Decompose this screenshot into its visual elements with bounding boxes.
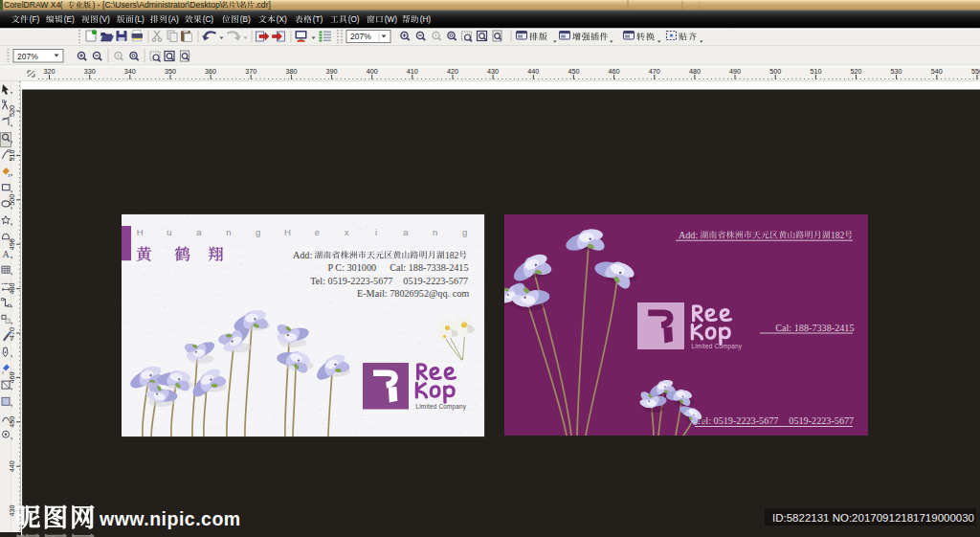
- svg-text:n: n: [226, 227, 231, 237]
- svg-text:ID:5822131 NO:2017091218171900: ID:5822131 NO:20170912181719000030: [772, 512, 974, 524]
- svg-text:Add:: Add:: [679, 230, 698, 240]
- svg-text:Tel: 0519-2223-5677: Tel: 0519-2223-5677: [696, 415, 778, 426]
- svg-text:380: 380: [285, 67, 297, 76]
- svg-text:(C): (C): [203, 15, 214, 24]
- svg-text:(T): (T): [313, 15, 323, 24]
- svg-text:540: 540: [931, 67, 943, 76]
- svg-text:440: 440: [527, 67, 539, 76]
- svg-text:340: 340: [124, 67, 136, 76]
- svg-text:470: 470: [649, 67, 660, 76]
- svg-text:x: x: [345, 227, 349, 237]
- svg-text:(A): (A): [168, 15, 179, 24]
- svg-text:0519-2223-5677: 0519-2223-5677: [403, 276, 468, 286]
- svg-text:182: 182: [445, 251, 459, 260]
- svg-text:500: 500: [769, 67, 781, 76]
- svg-text:320: 320: [44, 67, 56, 76]
- svg-text:a: a: [196, 227, 202, 237]
- svg-text:530: 530: [891, 67, 902, 76]
- svg-text:g: g: [256, 227, 260, 237]
- svg-text:(: (: [60, 0, 63, 10]
- svg-text:450: 450: [568, 67, 579, 76]
- svg-text:(H): (H): [420, 15, 432, 24]
- svg-text:a: a: [403, 227, 409, 237]
- svg-text:480: 480: [689, 67, 701, 76]
- svg-text:500: 500: [8, 194, 16, 206]
- svg-text:H: H: [284, 227, 291, 237]
- svg-text:410: 410: [407, 67, 418, 76]
- svg-text:Cal: 188-7338-2415: Cal: 188-7338-2415: [775, 323, 854, 333]
- svg-text:370: 370: [245, 67, 256, 76]
- svg-text:.cdr]: .cdr]: [255, 0, 271, 10]
- svg-text:Add:: Add:: [293, 250, 312, 260]
- svg-text:n: n: [433, 227, 437, 237]
- svg-text:420: 420: [447, 67, 458, 76]
- svg-text:207%: 207%: [350, 32, 371, 41]
- svg-text:(X): (X): [277, 15, 287, 24]
- svg-text:510: 510: [810, 67, 821, 76]
- svg-text:A: A: [3, 249, 11, 259]
- svg-text:430: 430: [8, 505, 16, 517]
- svg-text:182: 182: [831, 231, 845, 240]
- svg-text:g: g: [462, 227, 467, 237]
- svg-text:0519-2223-5677: 0519-2223-5677: [789, 415, 854, 426]
- svg-text:e: e: [315, 227, 320, 237]
- svg-text:360: 360: [205, 67, 216, 76]
- svg-text:207%: 207%: [17, 52, 38, 61]
- svg-text:(F): (F): [30, 15, 40, 24]
- svg-text:(E): (E): [64, 15, 75, 24]
- svg-text:) - [C:\Users\Administrator\De: ) - [C:\Users\Administrator\Desktop\: [93, 0, 223, 10]
- svg-text:www.nipic.com: www.nipic.com: [99, 508, 241, 529]
- svg-text:(O): (O): [348, 15, 360, 24]
- svg-text:520: 520: [8, 105, 16, 117]
- svg-text:550: 550: [971, 67, 980, 76]
- svg-text:(B): (B): [240, 15, 251, 24]
- svg-text:Tel: 0519-2223-5677: Tel: 0519-2223-5677: [310, 276, 392, 286]
- svg-text:390: 390: [326, 67, 338, 76]
- svg-text:u: u: [167, 227, 171, 237]
- svg-text:350: 350: [165, 67, 176, 76]
- svg-text:(V): (V): [100, 15, 110, 24]
- svg-text:460: 460: [609, 67, 620, 76]
- svg-text:Limited Company: Limited Company: [416, 403, 467, 411]
- svg-text:Limited Company: Limited Company: [692, 343, 743, 350]
- svg-text:430: 430: [487, 67, 499, 76]
- svg-text:CorelDRAW X4: CorelDRAW X4: [4, 0, 61, 10]
- svg-text:H: H: [137, 227, 144, 237]
- svg-text:i: i: [375, 227, 377, 237]
- svg-text:E-Mail: 78026952@qq. com: E-Mail: 78026952@qq. com: [357, 288, 469, 299]
- svg-text:400: 400: [367, 67, 378, 76]
- svg-text:440: 440: [8, 460, 16, 472]
- svg-text:(W): (W): [385, 15, 397, 24]
- svg-text:(L): (L): [135, 15, 145, 24]
- svg-text:520: 520: [851, 67, 862, 76]
- svg-text:490: 490: [729, 67, 741, 76]
- svg-text:Cal: 188-7338-2415: Cal: 188-7338-2415: [390, 262, 468, 273]
- svg-text:330: 330: [84, 67, 96, 76]
- svg-text:P C: 301000: P C: 301000: [328, 262, 377, 273]
